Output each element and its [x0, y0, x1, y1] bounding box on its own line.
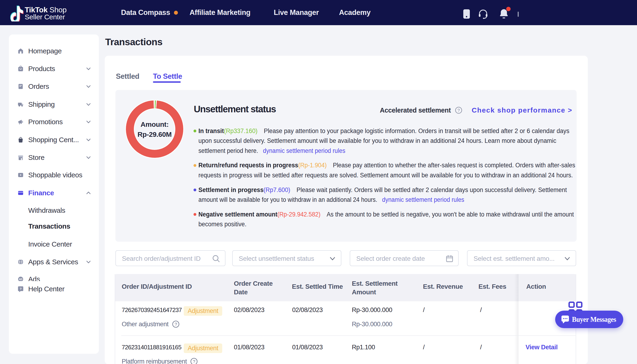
svg-text:?: ? — [20, 287, 22, 290]
svg-text:?: ? — [457, 108, 460, 113]
svg-text:?: ? — [175, 322, 177, 327]
svg-text:?: ? — [193, 359, 195, 364]
